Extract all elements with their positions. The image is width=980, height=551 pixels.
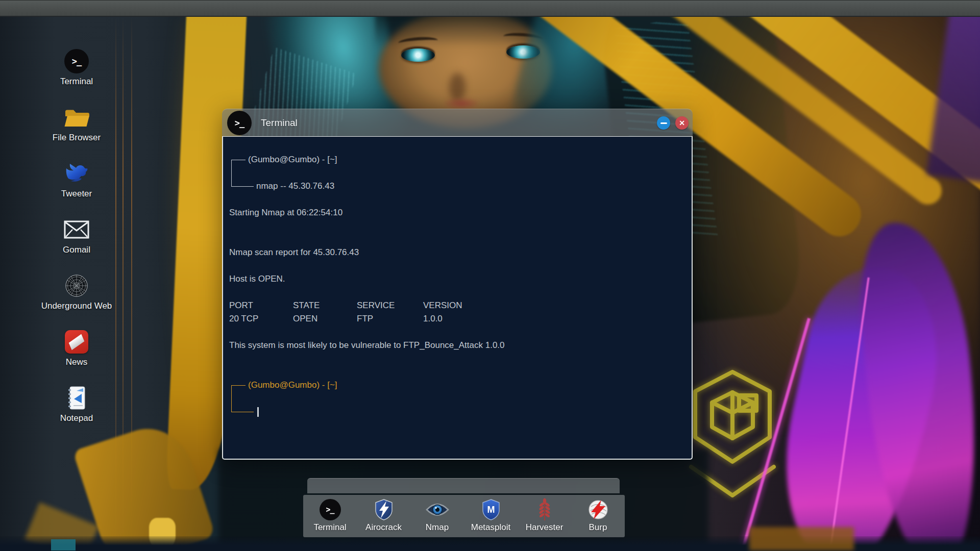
wallpaper-bottom — [0, 536, 980, 551]
wallpaper-eyebrow — [398, 36, 438, 47]
folder-icon — [63, 103, 90, 132]
desktop-item-label: File Browser — [53, 133, 101, 143]
wallpaper-seam — [122, 17, 124, 551]
wallpaper-purple-ribbon — [850, 216, 980, 551]
desktop-item-gomail[interactable]: Gomail — [38, 215, 115, 257]
dock-item-metasploit[interactable]: M Metasploit — [464, 495, 518, 537]
port-header-cell: SERVICE — [357, 299, 423, 312]
terminal-line-host: Host is OPEN. — [229, 272, 679, 286]
wallpaper-amber-haze — [689, 17, 980, 429]
port-table-row: 20 TCP OPEN FTP 1.0.0 — [229, 312, 515, 325]
prompt-elbow-bottom — [231, 412, 254, 412]
terminal-prompt-active: (Gumbo@Gumbo) - [~] — [229, 379, 679, 418]
desktop-icon-column: >_ Terminal File Browser — [38, 47, 115, 425]
wallpaper-gold-shape — [72, 417, 215, 551]
desktop-item-underground-web[interactable]: Underground Web — [38, 271, 115, 313]
desktop-item-label: Tweeter — [61, 189, 92, 199]
dock-item-label: Burp — [589, 522, 607, 533]
desktop-item-label: News — [66, 357, 88, 367]
minimize-button[interactable] — [657, 116, 670, 130]
dock-handle-strip — [307, 478, 620, 493]
dock-item-harvester[interactable]: Harvester — [518, 495, 571, 537]
port-cell: 1.0.0 — [423, 312, 515, 325]
web-icon — [64, 271, 89, 300]
terminal-output-area[interactable]: (Gumbo@Gumbo) - [~] nmap -- 45.30.76.43 … — [222, 136, 693, 460]
nmap-eye-icon — [425, 497, 450, 522]
port-header-cell: VERSION — [423, 299, 515, 312]
wallpaper-gold-shape — [24, 502, 99, 551]
close-button[interactable]: ✕ — [675, 116, 689, 130]
wallpaper-gold-hand — [149, 518, 176, 549]
desktop-item-file-browser[interactable]: File Browser — [38, 103, 115, 144]
wallpaper-purple-haze — [926, 17, 980, 184]
dock: >_ Terminal Airocrack — [303, 495, 625, 537]
wallpaper-nose-shadow — [449, 73, 465, 102]
port-cell: 20 TCP — [229, 312, 293, 325]
terminal-glyph: >_ — [72, 56, 81, 66]
dock-item-label: Terminal — [313, 522, 346, 533]
bird-icon — [65, 159, 88, 188]
metasploit-m-glyph: M — [487, 505, 495, 515]
wallpaper-magenta-line — [729, 318, 811, 551]
port-table-header: PORT STATE SERVICE VERSION — [229, 299, 515, 312]
terminal-line-vulnerable: This system is most likely to be vulnera… — [229, 339, 679, 352]
news-icon — [65, 330, 88, 354]
dock-item-terminal[interactable]: >_ Terminal — [303, 495, 357, 537]
dock-item-burp[interactable]: Burp — [571, 495, 625, 537]
terminal-glyph: >_ — [235, 118, 244, 128]
terminal-cursor — [257, 407, 259, 417]
wallpaper-purple-ribbon — [762, 255, 956, 551]
desktop-item-label: Gomail — [63, 245, 90, 255]
desktop-screen: >_ Terminal File Browser — [0, 0, 980, 551]
terminal-icon: >_ — [64, 49, 89, 73]
prompt-user: (Gumbo@Gumbo) - [~] — [248, 153, 337, 166]
terminal-icon: >_ — [227, 111, 252, 135]
dock-item-label: Metasploit — [471, 522, 510, 533]
wallpaper-eye — [506, 45, 540, 59]
wallpaper-magenta-line — [825, 278, 869, 551]
desktop-item-notepad[interactable]: Notepad — [38, 384, 115, 425]
dock-item-airocrack[interactable]: Airocrack — [357, 495, 410, 537]
close-icon: ✕ — [679, 119, 685, 127]
top-menu-bar — [0, 0, 980, 17]
terminal-glyph: >_ — [326, 505, 334, 514]
terminal-icon: >_ — [320, 499, 341, 520]
dock-item-label: Harvester — [526, 522, 564, 533]
wallpaper-seam — [131, 17, 132, 551]
wallpaper-eyebrow — [503, 32, 543, 43]
desktop-item-label: Notepad — [60, 413, 93, 423]
wallpaper-eye — [401, 48, 435, 62]
notepad-icon — [66, 384, 87, 412]
prompt-command: nmap -- 45.30.76.43 — [256, 180, 334, 193]
port-header-cell: PORT — [229, 299, 293, 312]
terminal-window: >_ Terminal ✕ (Gumbo@Gumbo) - [~] nmap -… — [222, 109, 693, 460]
minimize-icon — [660, 122, 667, 124]
prompt-elbow-top — [231, 385, 246, 386]
dock-item-nmap[interactable]: Nmap — [410, 495, 464, 537]
window-title: Terminal — [261, 117, 298, 129]
port-cell: FTP — [357, 312, 423, 325]
prompt-elbow-bottom — [231, 186, 254, 187]
metasploit-shield-icon: M — [480, 497, 502, 522]
terminal-prompt: (Gumbo@Gumbo) - [~] nmap -- 45.30.76.43 — [229, 153, 679, 193]
dock-item-label: Airocrack — [365, 522, 402, 533]
desktop-item-tweeter[interactable]: Tweeter — [38, 159, 115, 201]
prompt-user: (Gumbo@Gumbo) - [~] — [248, 379, 337, 392]
wallpaper-gold-ribbon — [701, 17, 980, 218]
envelope-icon — [64, 215, 89, 244]
desktop-item-news[interactable]: News — [38, 328, 115, 369]
window-titlebar[interactable]: >_ Terminal ✕ — [222, 109, 693, 136]
prompt-elbow-top — [231, 160, 246, 160]
wallpaper-seam — [115, 17, 116, 551]
wallpaper-amber-patch — [749, 527, 854, 550]
wallpaper-neon-cube — [679, 362, 786, 507]
airocrack-shield-icon — [373, 497, 395, 522]
desktop-item-terminal[interactable]: >_ Terminal — [38, 47, 115, 88]
wallpaper-lips — [443, 97, 480, 110]
wallpaper-teal-patch — [51, 539, 76, 550]
terminal-line-report: Nmap scan report for 45.30.76.43 — [229, 246, 679, 259]
wallpaper-fringe — [375, 17, 564, 47]
dock-item-label: Nmap — [426, 522, 449, 533]
burp-icon — [587, 497, 609, 522]
desktop-item-label: Terminal — [60, 77, 93, 87]
